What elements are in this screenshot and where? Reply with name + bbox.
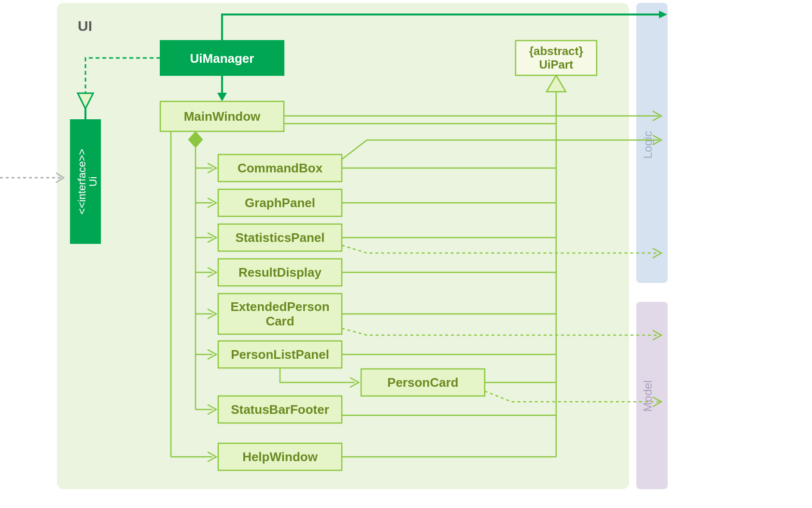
graphpanel-label: GraphPanel: [245, 196, 315, 210]
uipart-name: UiPart: [539, 58, 574, 71]
statusbarfooter-label: StatusBarFooter: [231, 402, 329, 417]
mainwindow-label: MainWindow: [184, 109, 261, 124]
extendedpersoncard-label1: ExtendedPerson: [230, 299, 329, 314]
personcard-label: PersonCard: [387, 375, 458, 390]
logic-label: Logic: [641, 131, 654, 158]
helpwindow-label: HelpWindow: [242, 450, 318, 464]
uimanager-label: UiManager: [190, 51, 254, 66]
personlistpanel-label: PersonListPanel: [231, 347, 329, 362]
ui-name: Ui: [87, 177, 99, 187]
uipart-stereotype: {abstract}: [529, 44, 583, 57]
ui-stereotype: <<interface>>: [76, 149, 88, 214]
model-label: Model: [641, 380, 654, 411]
commandbox-label: CommandBox: [238, 161, 323, 175]
extendedpersoncard-label2: Card: [266, 314, 294, 328]
statisticspanel-label: StatisticsPanel: [236, 230, 325, 245]
package-label: UI: [78, 18, 92, 34]
resultdisplay-label: ResultDisplay: [238, 265, 322, 280]
